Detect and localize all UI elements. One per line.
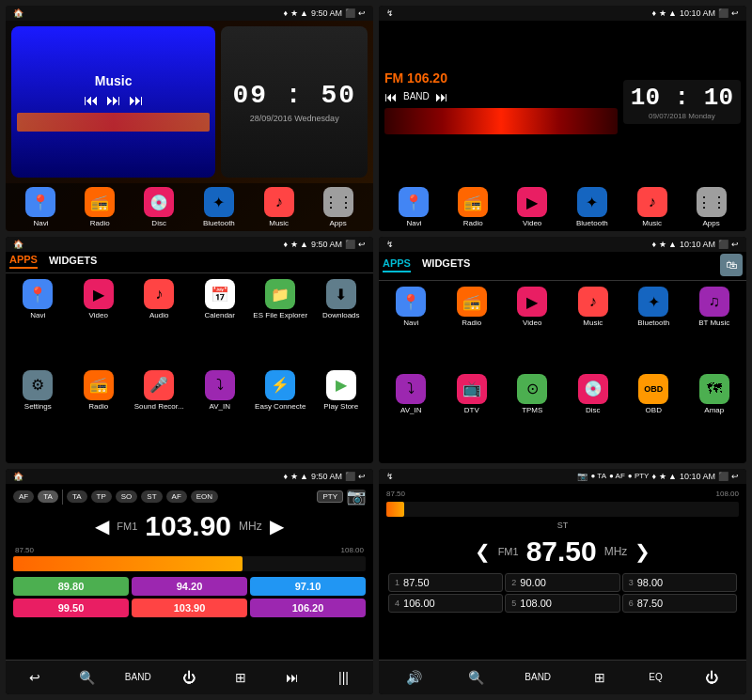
power-icon-2[interactable]: ↯ bbox=[386, 8, 394, 18]
launcher-video[interactable]: ▶ Video bbox=[70, 279, 128, 366]
tab-apps-1[interactable]: APPS bbox=[9, 254, 38, 269]
preset-cell-5[interactable]: 5 108.00 bbox=[505, 594, 619, 613]
play-icon[interactable]: ⏭ bbox=[106, 92, 121, 109]
preset-6[interactable]: 106.20 bbox=[250, 599, 366, 617]
launcher-avin[interactable]: ⤵ AV_IN bbox=[192, 370, 249, 458]
band-label-5[interactable]: BAND bbox=[125, 672, 151, 682]
back-bottom-icon[interactable]: ↩ bbox=[22, 664, 48, 691]
power-icon-6[interactable]: ↯ bbox=[386, 472, 394, 481]
l2-btmusic[interactable]: ♫ BT Music bbox=[686, 287, 744, 370]
ta-btn-1[interactable]: TA bbox=[38, 490, 58, 503]
l2-avin[interactable]: ⤵ AV_IN bbox=[383, 374, 440, 458]
af-btn[interactable]: AF bbox=[13, 490, 34, 503]
preset-cell-2[interactable]: 2 90.00 bbox=[505, 573, 619, 592]
grid-icon-6[interactable]: ⊞ bbox=[587, 664, 613, 691]
app-apps-2[interactable]: ⋮⋮ Apps bbox=[697, 187, 727, 227]
preset-5[interactable]: 103.90 bbox=[132, 599, 247, 617]
fm-band-controls[interactable]: ⏮ BAND ⏭ bbox=[384, 89, 618, 104]
launcher-easyconn[interactable]: ⚡ Easy Connecte bbox=[252, 370, 309, 458]
launcher-downloads[interactable]: ⬇ Downloads bbox=[313, 279, 370, 366]
freq-left-arrow[interactable]: ◀ bbox=[95, 515, 109, 537]
freq-right-arrow-2[interactable]: ❯ bbox=[634, 540, 650, 563]
power-icon-5[interactable]: ⏻ bbox=[176, 664, 202, 691]
forward-icon[interactable]: ⏭ bbox=[129, 92, 144, 109]
back-icon-3[interactable]: ↩ bbox=[358, 240, 366, 249]
power-icon-4[interactable]: ↯ bbox=[386, 240, 394, 249]
l2-radio[interactable]: 📻 Radio bbox=[444, 287, 501, 370]
back-icon-5[interactable]: ↩ bbox=[358, 472, 366, 481]
search-icon-5[interactable]: 🔍 bbox=[73, 664, 100, 691]
pty-btn[interactable]: PTY bbox=[317, 490, 343, 503]
back-icon-4[interactable]: ↩ bbox=[731, 240, 739, 249]
app-video-2[interactable]: ▶ Video bbox=[517, 187, 547, 227]
l2-navi[interactable]: 📍 Navi bbox=[383, 287, 440, 370]
back-icon-2[interactable]: ↩ bbox=[731, 8, 739, 18]
l2-bt[interactable]: ✦ Bluetooth bbox=[625, 287, 682, 370]
launcher-navi[interactable]: 📍 Navi bbox=[9, 279, 67, 366]
preset-4[interactable]: 99.50 bbox=[13, 599, 129, 617]
l2-music[interactable]: ♪ Music bbox=[565, 287, 622, 370]
preset-1[interactable]: 89.80 bbox=[13, 577, 129, 596]
so-btn[interactable]: SO bbox=[116, 490, 138, 503]
preset-cell-1[interactable]: 1 87.50 bbox=[388, 573, 503, 592]
back-icon-6[interactable]: ↩ bbox=[731, 472, 739, 481]
bag-icon[interactable]: 🛍 bbox=[720, 254, 743, 276]
preset-2[interactable]: 94.20 bbox=[132, 577, 247, 596]
af-btn-2[interactable]: AF bbox=[166, 490, 187, 503]
app-music-2[interactable]: ♪ Music bbox=[637, 187, 667, 227]
l2-dtv[interactable]: 📺 DTV bbox=[444, 374, 501, 458]
freq-left-arrow-2[interactable]: ❮ bbox=[475, 540, 491, 563]
app-bt-2[interactable]: ✦ Bluetooth bbox=[576, 187, 608, 227]
volume-icon-6[interactable]: 🔊 bbox=[400, 664, 427, 691]
launcher-audio[interactable]: ♪ Audio bbox=[131, 279, 188, 366]
tab-widgets-2[interactable]: WIDGETS bbox=[422, 257, 470, 272]
launcher-soundrec[interactable]: 🎤 Sound Recor... bbox=[131, 370, 188, 458]
skip-icon-5[interactable]: ⏭ bbox=[279, 664, 306, 691]
app-navi-1[interactable]: 📍 Navi bbox=[25, 187, 55, 227]
app-disc-1[interactable]: 💿 Disc bbox=[144, 187, 174, 227]
preset-cell-6[interactable]: 6 87.50 bbox=[622, 594, 737, 613]
tab-widgets-1[interactable]: WIDGETS bbox=[49, 255, 97, 268]
launcher-playstore[interactable]: ▶ Play Store bbox=[313, 370, 370, 458]
l2-video[interactable]: ▶ Video bbox=[504, 287, 561, 370]
grid-icon-5[interactable]: ⊞ bbox=[227, 664, 254, 691]
l2-tpms-icon: ⊙ bbox=[517, 374, 547, 404]
eon-btn[interactable]: EON bbox=[191, 490, 218, 503]
ta-btn-2[interactable]: TA bbox=[67, 490, 87, 503]
app-bt-1[interactable]: ✦ Bluetooth bbox=[203, 187, 235, 227]
home-icon-5[interactable]: 🏠 bbox=[13, 472, 24, 481]
l2-tpms[interactable]: ⊙ TPMS bbox=[504, 374, 561, 458]
freq-right-arrow[interactable]: ▶ bbox=[270, 515, 284, 537]
app-music-1[interactable]: ♪ Music bbox=[264, 187, 294, 227]
app-apps-1[interactable]: ⋮⋮ Apps bbox=[323, 187, 353, 227]
l2-disc[interactable]: 💿 Disc bbox=[565, 374, 622, 458]
home-icon[interactable]: 🏠 bbox=[13, 8, 24, 18]
eq-label-6[interactable]: EQ bbox=[649, 672, 662, 682]
app-radio-2[interactable]: 📻 Radio bbox=[458, 187, 488, 227]
back-icon[interactable]: ↩ bbox=[358, 8, 366, 18]
st-btn[interactable]: ST bbox=[141, 490, 162, 503]
launcher-files[interactable]: 📁 ES File Explorer bbox=[252, 279, 309, 366]
home-icon-3[interactable]: 🏠 bbox=[13, 240, 24, 249]
l2-obd[interactable]: OBD OBD bbox=[625, 374, 682, 458]
preset-cell-3[interactable]: 3 98.00 bbox=[622, 573, 737, 592]
tp-btn[interactable]: TP bbox=[91, 490, 112, 503]
l2-amap[interactable]: 🗺 Amap bbox=[686, 374, 744, 458]
band-label-6[interactable]: BAND bbox=[525, 672, 551, 682]
power-bottom-6[interactable]: ⏻ bbox=[698, 664, 725, 691]
launcher-settings[interactable]: ⚙ Settings bbox=[9, 370, 67, 458]
rewind-icon[interactable]: ⏮ bbox=[84, 92, 99, 109]
app-navi-2[interactable]: 📍 Navi bbox=[399, 187, 429, 227]
app-radio-1[interactable]: 📻 Radio bbox=[85, 187, 115, 227]
forward-fm[interactable]: ⏭ bbox=[435, 89, 448, 104]
launcher-radio[interactable]: 📻 Radio bbox=[70, 370, 128, 458]
music-controls[interactable]: ⏮ ⏭ ⏭ bbox=[84, 92, 144, 109]
rewind-fm[interactable]: ⏮ bbox=[384, 89, 398, 104]
eq-bars-icon-5[interactable]: ||| bbox=[331, 664, 357, 691]
tab-apps-2[interactable]: APPS bbox=[383, 257, 411, 272]
search-icon-6[interactable]: 🔍 bbox=[462, 664, 489, 691]
preset-3[interactable]: 97.10 bbox=[250, 577, 366, 596]
preset-cell-4[interactable]: 4 106.00 bbox=[388, 594, 503, 613]
launcher-calendar[interactable]: 📅 Calendar bbox=[192, 279, 249, 366]
camera-icon[interactable]: 📷 bbox=[347, 490, 366, 505]
